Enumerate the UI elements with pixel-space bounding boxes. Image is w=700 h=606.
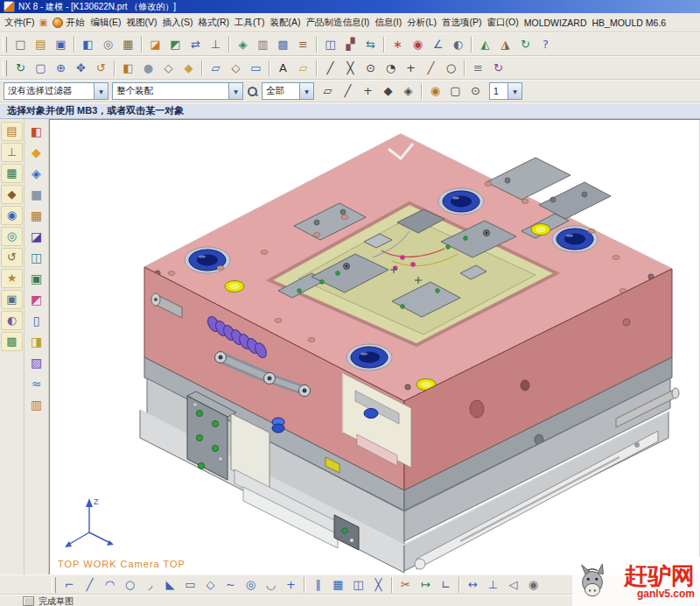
history-icon[interactable]: ↺ bbox=[1, 248, 23, 267]
sequence-icon[interactable]: ≡ bbox=[293, 35, 313, 54]
filter-edge-icon[interactable]: ╱ bbox=[338, 81, 358, 101]
pattern-component-icon[interactable]: ▞ bbox=[340, 35, 360, 54]
circle-icon[interactable]: ○ bbox=[120, 575, 140, 595]
chevron-down-icon[interactable]: ▼ bbox=[299, 83, 313, 99]
menu-moldwizard[interactable]: MOLDWIZARD bbox=[522, 16, 590, 30]
show-hide-icon[interactable]: ◎ bbox=[98, 35, 118, 54]
snap-enable-icon[interactable]: ⊙ bbox=[466, 81, 486, 101]
quick-trim-icon[interactable]: ✂ bbox=[396, 575, 416, 595]
shaded-with-edges-icon[interactable]: ◧ bbox=[118, 59, 138, 78]
magnifier-icon[interactable] bbox=[247, 86, 258, 97]
mold-3d-model[interactable]: Z bbox=[49, 119, 700, 574]
ellipse-icon[interactable]: ◎ bbox=[241, 575, 261, 595]
mw-electrode-icon[interactable]: ▥ bbox=[25, 395, 47, 414]
fence-selection-icon[interactable]: ▢ bbox=[445, 81, 466, 101]
measure-icon[interactable]: ∠ bbox=[428, 35, 448, 54]
mw-standard-part-icon[interactable]: ◩ bbox=[25, 290, 47, 309]
wave-geometry-icon[interactable]: ◈ bbox=[233, 35, 253, 54]
snap-endpoint-icon[interactable]: ╱ bbox=[421, 59, 441, 78]
part-navigator-icon[interactable]: ▦ bbox=[1, 164, 23, 183]
profile-icon[interactable]: ⌐ bbox=[60, 575, 80, 595]
line-icon[interactable]: ╱ bbox=[80, 575, 100, 595]
zoom-icon[interactable]: ⊕ bbox=[51, 59, 71, 78]
arc-icon[interactable]: ◠ bbox=[100, 575, 120, 595]
work-layer-icon[interactable]: ≡ bbox=[468, 59, 488, 78]
mw-parting-icon[interactable]: ◫ bbox=[25, 248, 47, 267]
chevron-down-icon[interactable]: ▼ bbox=[94, 83, 108, 99]
manufacturing-wizard-icon[interactable]: ▣ bbox=[1, 290, 23, 309]
filter-face-icon[interactable]: ▱ bbox=[318, 81, 338, 101]
snap-tangent-icon[interactable]: ○ bbox=[441, 59, 461, 78]
point-icon[interactable]: + bbox=[281, 575, 301, 595]
chevron-down-icon[interactable]: ▼ bbox=[228, 83, 242, 99]
chamfer-icon[interactable]: ◣ bbox=[160, 575, 180, 595]
display-part-icon[interactable]: ◧ bbox=[78, 35, 98, 54]
isometric-view-icon[interactable]: ◇ bbox=[226, 59, 246, 78]
mw-ejector-pin-icon[interactable]: ▯ bbox=[25, 311, 47, 330]
menu-hb-mould[interactable]: HB_MOULD M6.6 bbox=[590, 16, 669, 30]
assembly-constraints-icon[interactable]: ⊥ bbox=[206, 35, 226, 54]
mirror-assembly-icon[interactable]: ◫ bbox=[320, 35, 340, 54]
pan-icon[interactable]: ✥ bbox=[71, 59, 91, 78]
datum-plane-icon[interactable]: ▱ bbox=[293, 59, 313, 78]
selection-filter-combo[interactable]: 没有选择过滤器 ▼ bbox=[4, 82, 108, 100]
menu-pmi[interactable]: 产品制造信息(I) bbox=[303, 15, 372, 31]
sketch-status-icon[interactable] bbox=[23, 596, 34, 606]
polygon-icon[interactable]: ◇ bbox=[200, 575, 220, 595]
process-studio-icon[interactable]: ★ bbox=[1, 269, 23, 288]
mw-slider-lifter-icon[interactable]: ◨ bbox=[25, 332, 47, 351]
mw-sub-insert-icon[interactable]: ▨ bbox=[25, 353, 47, 372]
help-icon[interactable]: ? bbox=[536, 35, 556, 54]
clip-section-icon[interactable]: ◮ bbox=[495, 35, 515, 54]
mw-cavity-layout-icon[interactable]: ▦ bbox=[25, 206, 47, 225]
update-display-icon[interactable]: ↻ bbox=[515, 35, 536, 54]
rotate-view-icon[interactable]: ↺ bbox=[91, 59, 111, 78]
interference-icon[interactable]: ◉ bbox=[408, 35, 428, 54]
window-icon[interactable]: ▦ bbox=[118, 35, 138, 54]
new-icon[interactable]: □ bbox=[10, 35, 31, 54]
menu-format[interactable]: 格式(R) bbox=[195, 15, 232, 31]
mw-mold-tools-icon[interactable]: ◪ bbox=[25, 227, 47, 246]
refresh-icon[interactable]: ↻ bbox=[10, 59, 31, 78]
front-view-icon[interactable]: ▱ bbox=[206, 59, 226, 78]
assembly-navigator-icon[interactable]: ▤ bbox=[1, 122, 23, 141]
fit-view-icon[interactable]: ▢ bbox=[31, 59, 51, 78]
highlight-selection-icon[interactable]: ◉ bbox=[425, 81, 445, 101]
replace-component-icon[interactable]: ⇆ bbox=[360, 35, 381, 54]
menu-analysis[interactable]: 分析(L) bbox=[404, 15, 439, 31]
make-corner-icon[interactable]: ∟ bbox=[436, 575, 456, 595]
conic-icon[interactable]: ◡ bbox=[261, 575, 281, 595]
roles-icon[interactable]: ◐ bbox=[1, 311, 23, 330]
graphics-viewport[interactable]: Z TOP WORK Camera TOP bbox=[49, 119, 700, 574]
menu-edit[interactable]: 编辑(E) bbox=[88, 15, 123, 31]
search-scope-combo[interactable]: 全部 ▼ bbox=[262, 82, 314, 100]
filter-vertex-icon[interactable]: + bbox=[358, 81, 378, 101]
reuse-library-icon[interactable]: ◆ bbox=[1, 185, 23, 204]
annotation-icon[interactable]: A bbox=[273, 59, 293, 78]
mw-initialize-project-icon[interactable]: ◧ bbox=[25, 122, 47, 141]
chevron-down-icon[interactable]: ▼ bbox=[508, 83, 522, 99]
system-scenes-icon[interactable]: ▩ bbox=[1, 332, 23, 351]
toolbar-handle[interactable] bbox=[3, 37, 7, 53]
save-icon[interactable]: ▣ bbox=[51, 35, 71, 54]
mw-shrinkage-icon[interactable]: ◈ bbox=[25, 164, 47, 183]
section-icon[interactable]: ◐ bbox=[448, 35, 468, 54]
move-rotate-icon[interactable]: ↻ bbox=[488, 59, 508, 78]
menu-information[interactable]: 信息(I) bbox=[372, 15, 404, 31]
explode-icon[interactable]: ∗ bbox=[388, 35, 408, 54]
rapid-dimension-icon[interactable]: ↔ bbox=[463, 575, 483, 595]
selection-scope-combo[interactable]: 整个装配 ▼ bbox=[112, 82, 243, 100]
snap-arc-center-icon[interactable]: ⊙ bbox=[360, 59, 381, 78]
top-view-icon[interactable]: ▭ bbox=[246, 59, 266, 78]
fillet-icon[interactable]: ◞ bbox=[140, 575, 160, 595]
new-component-icon[interactable]: ◩ bbox=[165, 35, 186, 54]
make-symmetric-icon[interactable]: ◁ bbox=[503, 575, 523, 595]
mw-cooling-icon[interactable]: ≈ bbox=[25, 374, 47, 393]
menu-preferences[interactable]: 首选项(P) bbox=[439, 15, 485, 31]
menu-file[interactable]: 文件(F) bbox=[2, 15, 37, 31]
toolbar-handle[interactable] bbox=[52, 577, 56, 593]
toolbar-handle[interactable] bbox=[3, 60, 7, 76]
mirror-curve-icon[interactable]: ◫ bbox=[348, 575, 368, 595]
add-component-icon[interactable]: ◪ bbox=[145, 35, 165, 54]
pattern-curve-icon[interactable]: ▦ bbox=[328, 575, 348, 595]
